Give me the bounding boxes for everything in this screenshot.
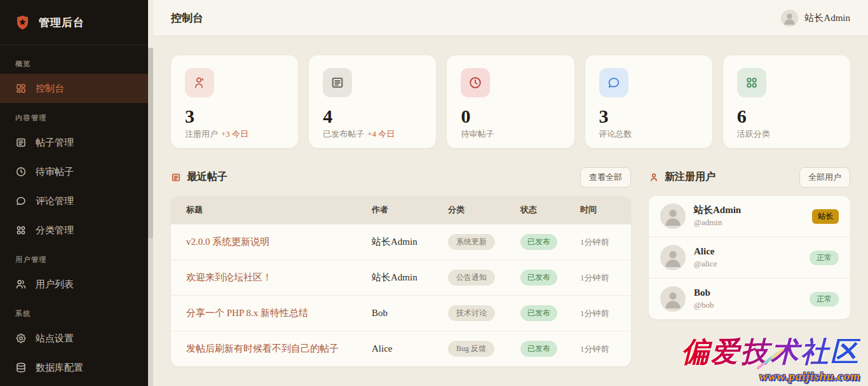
comment-icon: [15, 195, 27, 207]
sidebar-item-label: 分类管理: [36, 224, 74, 237]
post-title-link[interactable]: 欢迎来到论坛社区！: [186, 272, 272, 282]
status-badge: 已发布: [520, 305, 557, 321]
sidebar-item-user-list[interactable]: 用户列表: [0, 270, 148, 299]
sidebar: 管理后台 概览 控制台 内容管理 帖子管理 待审帖子 评论管理 分类管理 用户管…: [0, 0, 148, 386]
status-badge: 已发布: [520, 341, 557, 357]
post-time: 1分钟前: [580, 224, 631, 260]
user-icon: [649, 172, 659, 183]
col-status: 状态: [520, 196, 580, 224]
post-title-link[interactable]: 分享一个 PHP 8.x 新特性总结: [186, 308, 308, 318]
stat-label: 已发布帖子: [323, 129, 364, 139]
recent-posts-section: 最近帖子 查看全部 标题 作者 分类 状态 时间: [171, 167, 631, 366]
sidebar-item-dashboard[interactable]: 控制台: [0, 74, 148, 103]
user-avatar: [781, 10, 798, 27]
table-header-row: 标题 作者 分类 状态 时间: [171, 196, 631, 224]
nav-section-system: 系统: [0, 299, 148, 324]
user-list-item[interactable]: 站长Admin @admin 站长: [649, 196, 850, 237]
user-handle: @alice: [694, 259, 717, 268]
recent-posts-table: 标题 作者 分类 状态 时间 v2.0.0 系统更新说明 站长Admin: [171, 196, 631, 366]
stat-label: 待审帖子: [461, 129, 494, 139]
recent-posts-title: 最近帖子: [187, 170, 580, 184]
comment-icon: [599, 68, 628, 97]
user-name: Alice: [694, 246, 714, 256]
post-time: 1分钟前: [580, 331, 631, 367]
sidebar-item-site-settings[interactable]: 站点设置: [0, 324, 148, 353]
users-icon: [15, 279, 27, 290]
sidebar-item-pending[interactable]: 待审帖子: [0, 157, 148, 186]
user-avatar: [660, 203, 686, 229]
col-title: 标题: [171, 196, 372, 224]
sidebar-nav: 概览 控制台 内容管理 帖子管理 待审帖子 评论管理 分类管理 用户管理 用户列…: [0, 45, 148, 386]
view-all-posts-button[interactable]: 查看全部: [580, 167, 631, 188]
col-category: 分类: [448, 196, 520, 224]
current-user-chip[interactable]: 站长Admin: [781, 10, 850, 27]
sidebar-item-categories[interactable]: 分类管理: [0, 216, 148, 245]
stat-card-total-comments: 3 评论总数: [585, 55, 712, 148]
table-row: 欢迎来到论坛社区！ 站长Admin 公告通知 已发布 1分钟前: [171, 260, 631, 296]
user-avatar: [660, 286, 686, 312]
post-author: Bob: [372, 296, 448, 331]
post-author: 站长Admin: [372, 260, 448, 296]
sidebar-item-label: 控制台: [36, 83, 64, 95]
post-time: 1分钟前: [580, 260, 631, 296]
status-badge: 正常: [810, 251, 839, 265]
user-name: Bob: [694, 287, 710, 298]
stats-row: 3 注册用户+3 今日 4 已发布帖子+4 今日 0 待审帖子 3 评论总数 6: [171, 55, 850, 148]
stat-label: 活跃分类: [737, 129, 770, 139]
table-row: 发帖后刷新有时候看不到自己的帖子 Alice Bug 反馈 已发布 1分钟前: [171, 331, 631, 367]
col-time: 时间: [580, 196, 631, 224]
table-row: 分享一个 PHP 8.x 新特性总结 Bob 技术讨论 已发布 1分钟前: [171, 296, 631, 331]
col-author: 作者: [372, 196, 448, 224]
nav-section-users: 用户管理: [0, 245, 148, 270]
category-pill: 公告通知: [448, 270, 495, 286]
post-author: 站长Admin: [372, 224, 448, 260]
database-icon: [15, 362, 27, 373]
user-list-item[interactable]: Alice @alice 正常: [649, 237, 850, 278]
shield-star-logo-icon: [14, 14, 31, 31]
status-badge: 已发布: [520, 270, 557, 286]
sidebar-item-label: 用户列表: [36, 279, 74, 291]
post-icon: [171, 172, 181, 183]
sidebar-item-label: 待审帖子: [36, 166, 74, 178]
stat-value: 3: [185, 106, 284, 127]
page-title: 控制台: [171, 11, 203, 25]
clock-icon: [461, 68, 490, 97]
stat-value: 6: [737, 106, 836, 127]
status-badge: 正常: [810, 292, 839, 307]
sidebar-item-label: 评论管理: [36, 195, 74, 207]
watermark-url: www.paijishu.com: [681, 369, 860, 383]
gear-icon: [15, 333, 27, 344]
stat-delta: +3 今日: [221, 129, 248, 139]
sidebar-item-posts[interactable]: 帖子管理: [0, 128, 148, 157]
post-title-link[interactable]: 发帖后刷新有时候看不到自己的帖子: [186, 343, 339, 354]
clock-icon: [15, 166, 27, 177]
stat-card-active-categories: 6 活跃分类: [723, 55, 850, 148]
post-icon: [15, 137, 27, 148]
stat-card-published-posts: 4 已发布帖子+4 今日: [309, 55, 436, 148]
sidebar-scrollbar[interactable]: [148, 48, 153, 386]
category-pill: 技术讨论: [448, 305, 495, 321]
new-users-card: 站长Admin @admin 站长 Alice @alice 正常: [649, 196, 850, 319]
user-name: 站长Admin: [694, 205, 741, 215]
all-users-button[interactable]: 全部用户: [799, 167, 850, 188]
category-icon: [737, 68, 766, 97]
stat-value: 3: [599, 106, 698, 127]
user-avatar: [660, 245, 686, 270]
scrollbar-thumb[interactable]: [148, 48, 153, 238]
category-pill: Bug 反馈: [448, 341, 494, 357]
post-title-link[interactable]: v2.0.0 系统更新说明: [186, 237, 269, 247]
status-badge: 已发布: [520, 234, 557, 250]
category-pill: 系统更新: [448, 234, 495, 250]
post-author: Alice: [372, 331, 448, 367]
stat-card-pending-posts: 0 待审帖子: [447, 55, 574, 148]
dashboard-icon: [15, 83, 27, 94]
new-users-title: 新注册用户: [665, 170, 799, 184]
role-badge: 站长: [812, 209, 839, 224]
sidebar-item-database-config[interactable]: 数据库配置: [0, 353, 148, 382]
current-user-name: 站长Admin: [804, 12, 850, 24]
post-time: 1分钟前: [580, 296, 631, 331]
post-icon: [323, 68, 352, 97]
sidebar-item-comments[interactable]: 评论管理: [0, 186, 148, 216]
stat-label: 注册用户: [185, 129, 218, 139]
user-list-item[interactable]: Bob @bob 正常: [649, 278, 850, 319]
